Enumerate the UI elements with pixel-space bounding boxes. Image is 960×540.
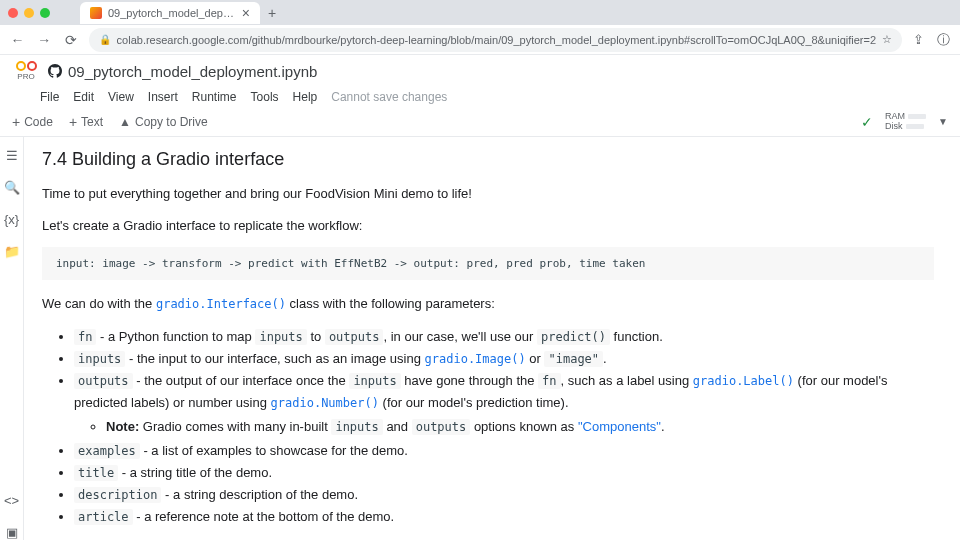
list-item: description - a string description of th… bbox=[74, 484, 934, 506]
variables-icon[interactable]: {x} bbox=[4, 211, 20, 227]
disk-gauge bbox=[906, 124, 924, 129]
api-link[interactable]: gradio.Image() bbox=[425, 352, 526, 366]
minimize-window-button[interactable] bbox=[24, 8, 34, 18]
list-item: Note: Gradio comes with many in-built in… bbox=[106, 416, 934, 438]
list-item: article - a reference note at the bottom… bbox=[74, 506, 934, 528]
section-heading: 7.4 Building a Gradio interface bbox=[42, 149, 934, 170]
colab-favicon bbox=[90, 7, 102, 19]
url-text: colab.research.google.com/github/mrdbour… bbox=[117, 34, 876, 46]
connected-check-icon: ✓ bbox=[861, 114, 873, 130]
copy-to-drive-button[interactable]: ▲Copy to Drive bbox=[119, 115, 208, 129]
search-icon[interactable]: 🔍 bbox=[4, 179, 20, 195]
notebook-name: 09_pytorch_model_deployment.ipynb bbox=[68, 63, 317, 80]
colab-toolbar: +Code +Text ▲Copy to Drive ✓ RAM Disk ▼ bbox=[0, 107, 960, 137]
back-button[interactable]: ← bbox=[8, 30, 27, 50]
api-link[interactable]: gradio.Label() bbox=[693, 374, 794, 388]
colab-menubar: File Edit View Insert Runtime Tools Help… bbox=[0, 87, 960, 107]
cannot-save-label: Cannot save changes bbox=[331, 90, 447, 104]
add-code-cell-button[interactable]: +Code bbox=[12, 114, 53, 130]
tab-title: 09_pytorch_model_deploymen bbox=[108, 7, 236, 19]
terminal-icon[interactable]: ▣ bbox=[4, 524, 20, 540]
browser-chrome: 09_pytorch_model_deploymen × + bbox=[0, 0, 960, 25]
ram-gauge bbox=[908, 114, 926, 119]
menu-tools[interactable]: Tools bbox=[251, 90, 279, 104]
colab-header: PRO 09_pytorch_model_deployment.ipynb bbox=[0, 55, 960, 87]
menu-edit[interactable]: Edit bbox=[73, 90, 94, 104]
notebook-title[interactable]: 09_pytorch_model_deployment.ipynb bbox=[48, 63, 317, 80]
paragraph: Let's create a Gradio interface to repli… bbox=[42, 216, 934, 236]
close-tab-icon[interactable]: × bbox=[242, 5, 250, 21]
share-icon[interactable]: ⇪ bbox=[910, 31, 927, 49]
text-cell[interactable]: 7.4 Building a Gradio interface Time to … bbox=[42, 145, 934, 540]
left-sidebar: ☰ 🔍 {x} 📁 <> ▣ bbox=[0, 137, 24, 540]
pro-badge: PRO bbox=[17, 72, 34, 81]
info-icon[interactable]: ⓘ bbox=[935, 31, 952, 49]
menu-view[interactable]: View bbox=[108, 90, 134, 104]
menu-insert[interactable]: Insert bbox=[148, 90, 178, 104]
notebook-content: 7.4 Building a Gradio interface Time to … bbox=[24, 137, 952, 540]
paragraph: We can do with the gradio.Interface() cl… bbox=[42, 294, 934, 314]
api-link[interactable]: gradio.Number() bbox=[271, 396, 379, 410]
api-link[interactable]: gradio.Interface() bbox=[156, 297, 286, 311]
drive-icon: ▲ bbox=[119, 115, 131, 129]
github-icon bbox=[48, 64, 62, 78]
window-controls bbox=[8, 8, 50, 18]
paragraph: Time to put everything together and brin… bbox=[42, 184, 934, 204]
reload-button[interactable]: ⟳ bbox=[62, 30, 81, 50]
runtime-dropdown-icon[interactable]: ▼ bbox=[938, 116, 948, 127]
colab-logo[interactable]: PRO bbox=[12, 57, 40, 85]
files-icon[interactable]: 📁 bbox=[4, 243, 20, 259]
parameter-list: fn - a Python function to map inputs to … bbox=[42, 326, 934, 529]
list-item: title - a string title of the demo. bbox=[74, 462, 934, 484]
forward-button[interactable]: → bbox=[35, 30, 54, 50]
menu-file[interactable]: File bbox=[40, 90, 59, 104]
code-snippets-icon[interactable]: <> bbox=[4, 492, 20, 508]
menu-runtime[interactable]: Runtime bbox=[192, 90, 237, 104]
menu-help[interactable]: Help bbox=[293, 90, 318, 104]
close-window-button[interactable] bbox=[8, 8, 18, 18]
code-block: input: image -> transform -> predict wit… bbox=[42, 247, 934, 280]
browser-toolbar: ← → ⟳ 🔒 colab.research.google.com/github… bbox=[0, 25, 960, 55]
list-item: inputs - the input to our interface, suc… bbox=[74, 348, 934, 370]
list-item: fn - a Python function to map inputs to … bbox=[74, 326, 934, 348]
list-item: examples - a list of examples to showcas… bbox=[74, 440, 934, 462]
components-link[interactable]: "Components" bbox=[578, 419, 661, 434]
maximize-window-button[interactable] bbox=[40, 8, 50, 18]
toc-icon[interactable]: ☰ bbox=[4, 147, 20, 163]
address-bar[interactable]: 🔒 colab.research.google.com/github/mrdbo… bbox=[89, 28, 902, 52]
add-text-cell-button[interactable]: +Text bbox=[69, 114, 103, 130]
resource-meter[interactable]: RAM Disk bbox=[885, 112, 926, 132]
new-tab-button[interactable]: + bbox=[268, 5, 276, 21]
browser-tab[interactable]: 09_pytorch_model_deploymen × bbox=[80, 2, 260, 24]
lock-icon: 🔒 bbox=[99, 34, 111, 45]
list-item: outputs - the output of our interface on… bbox=[74, 370, 934, 438]
star-icon[interactable]: ☆ bbox=[882, 33, 892, 46]
